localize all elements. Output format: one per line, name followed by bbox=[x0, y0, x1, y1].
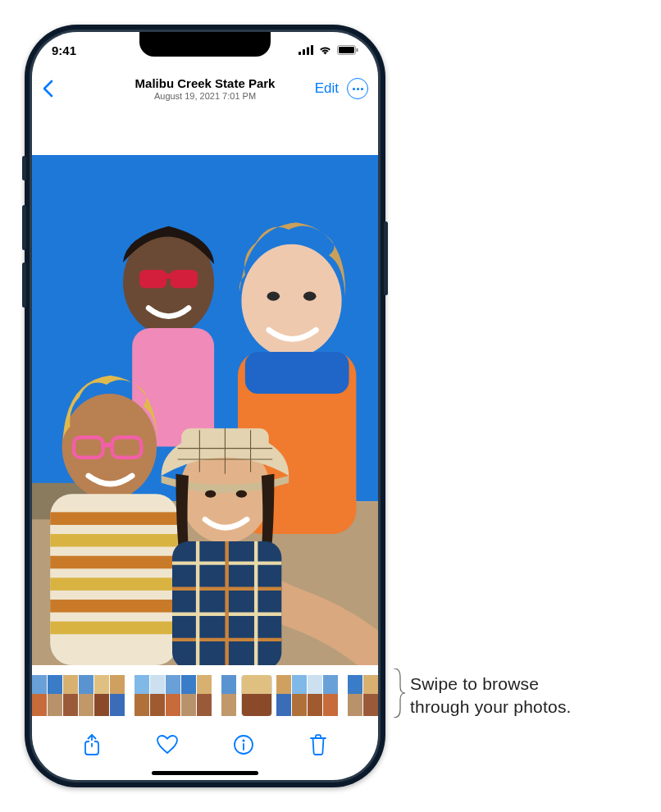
trash-icon bbox=[308, 733, 328, 756]
status-time: 9:41 bbox=[52, 43, 76, 57]
filmstrip-gap bbox=[125, 675, 134, 716]
svg-rect-26 bbox=[50, 534, 178, 547]
filmstrip-thumbnail[interactable] bbox=[197, 675, 212, 716]
edit-button[interactable]: Edit bbox=[315, 80, 339, 97]
share-button[interactable] bbox=[82, 733, 102, 756]
filmstrip-thumbnail[interactable] bbox=[242, 675, 271, 716]
svg-rect-6 bbox=[357, 48, 358, 52]
svg-point-38 bbox=[205, 490, 216, 498]
svg-rect-25 bbox=[50, 512, 178, 525]
svg-rect-2 bbox=[307, 48, 309, 56]
filmstrip-thumbnail[interactable] bbox=[94, 675, 109, 716]
filmstrip-thumbnail[interactable] bbox=[276, 675, 291, 716]
home-indicator[interactable] bbox=[152, 771, 258, 775]
battery-icon bbox=[337, 45, 358, 55]
filmstrip-thumbnail[interactable] bbox=[323, 675, 338, 716]
filmstrip-thumbnail[interactable] bbox=[363, 675, 378, 716]
svg-rect-49 bbox=[89, 741, 94, 743]
iphone-device-frame: 9:41 bbox=[25, 25, 385, 787]
filmstrip-thumbnail[interactable] bbox=[79, 675, 93, 716]
silence-switch bbox=[22, 156, 26, 180]
main-photo-viewport[interactable] bbox=[32, 155, 378, 665]
back-button[interactable] bbox=[42, 80, 53, 98]
callout-line-1: Swipe to browse bbox=[410, 673, 648, 696]
callout-text: Swipe to browse through your photos. bbox=[410, 673, 648, 719]
svg-point-51 bbox=[242, 739, 244, 741]
filmstrip-thumbnail[interactable] bbox=[63, 675, 78, 716]
bottom-toolbar bbox=[32, 724, 378, 765]
filmstrip-thumbnail[interactable] bbox=[134, 675, 149, 716]
svg-rect-30 bbox=[50, 622, 178, 635]
svg-point-18 bbox=[267, 292, 280, 301]
svg-rect-5 bbox=[339, 47, 354, 53]
filmstrip-gap bbox=[212, 675, 221, 716]
share-icon bbox=[82, 733, 102, 756]
notch bbox=[139, 32, 271, 57]
side-button bbox=[384, 221, 388, 295]
filmstrip-thumbnail[interactable] bbox=[166, 675, 180, 716]
callout-line-2: through your photos. bbox=[410, 696, 648, 718]
main-photo bbox=[32, 155, 378, 665]
svg-rect-17 bbox=[245, 352, 349, 394]
volume-down-button bbox=[22, 262, 26, 308]
nav-bar: Malibu Creek State Park August 19, 2021 … bbox=[32, 68, 378, 109]
svg-rect-14 bbox=[165, 273, 172, 279]
filmstrip-thumbnail[interactable] bbox=[348, 675, 362, 716]
info-icon bbox=[233, 734, 254, 755]
ellipsis-icon bbox=[353, 88, 355, 90]
filmstrip-thumbnail[interactable] bbox=[221, 675, 236, 716]
svg-rect-13 bbox=[171, 270, 198, 288]
filmstrip-thumbnail[interactable] bbox=[292, 675, 307, 716]
cellular-icon bbox=[299, 45, 313, 55]
heart-icon bbox=[156, 734, 179, 755]
svg-rect-12 bbox=[139, 270, 166, 288]
callout-bracket bbox=[392, 668, 405, 718]
svg-rect-3 bbox=[311, 45, 313, 55]
filmstrip-thumbnail[interactable] bbox=[110, 675, 125, 716]
svg-rect-27 bbox=[50, 556, 178, 569]
filmstrip-thumbnail[interactable] bbox=[181, 675, 196, 716]
svg-rect-0 bbox=[299, 52, 301, 55]
more-button[interactable] bbox=[347, 78, 368, 99]
filmstrip-thumbnail[interactable] bbox=[308, 675, 322, 716]
delete-button[interactable] bbox=[308, 733, 328, 756]
info-button[interactable] bbox=[233, 734, 254, 755]
filmstrip-thumbnail[interactable] bbox=[150, 675, 165, 716]
svg-point-19 bbox=[303, 292, 317, 301]
filmstrip-gap bbox=[339, 675, 347, 716]
volume-up-button bbox=[22, 205, 26, 250]
filmstrip-thumbnail[interactable] bbox=[32, 675, 47, 716]
filmstrip-scrubber[interactable] bbox=[32, 675, 378, 716]
svg-rect-28 bbox=[50, 577, 178, 591]
svg-rect-23 bbox=[103, 443, 112, 448]
svg-rect-29 bbox=[50, 600, 178, 613]
favorite-button[interactable] bbox=[156, 734, 179, 755]
filmstrip-thumbnail[interactable] bbox=[48, 675, 62, 716]
svg-rect-1 bbox=[303, 49, 305, 55]
svg-point-39 bbox=[236, 490, 247, 498]
wifi-icon bbox=[318, 45, 332, 55]
